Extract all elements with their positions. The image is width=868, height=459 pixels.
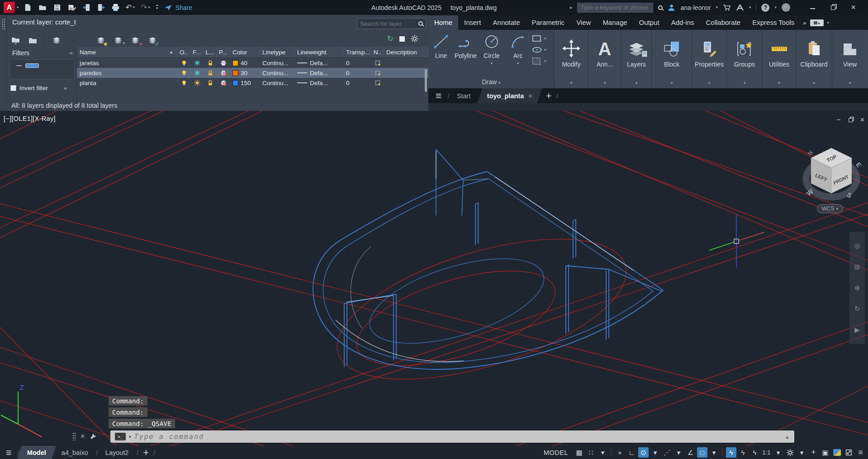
invert-filter-checkbox[interactable] — [10, 85, 16, 91]
layout-tab-layout2[interactable]: Layout2 — [96, 446, 139, 459]
ribbon-tab-express-tools[interactable]: Express Tools — [746, 15, 800, 30]
wcs-dropdown[interactable]: WCS▾ — [817, 204, 843, 213]
layer-on-icon[interactable] — [177, 58, 190, 68]
user-menu-caret-icon[interactable]: ▾ — [716, 5, 718, 10]
user-avatar-icon[interactable] — [668, 4, 675, 11]
navigation-wheel-icon[interactable]: ◎ — [854, 242, 860, 250]
filters-collapse-icon[interactable]: « — [70, 49, 73, 57]
notification-badge-icon[interactable]: ◠ — [782, 3, 790, 12]
circle-caret-icon[interactable]: ▾ — [491, 62, 493, 66]
dynamic-input-toggle[interactable]: + — [615, 447, 625, 458]
osnap-caret-icon[interactable]: ▾ — [709, 447, 719, 458]
column-header-plot[interactable]: P... — [217, 47, 230, 57]
ellipse-tool-button[interactable]: ▾ — [531, 46, 546, 54]
annotation-monitor-plus-icon[interactable]: + — [808, 447, 819, 458]
ortho-mode-toggle[interactable]: ∟ — [626, 447, 637, 458]
layer-transparency[interactable]: 0 — [343, 58, 372, 68]
layer-transparency[interactable]: 0 — [343, 78, 372, 88]
column-header-linetype[interactable]: Linetype — [260, 47, 294, 57]
filter-all-item[interactable] — [25, 63, 39, 68]
color-swatch[interactable] — [232, 60, 238, 66]
column-header-lock[interactable]: L... — [204, 47, 217, 57]
snap-caret-icon[interactable]: ▾ — [598, 447, 608, 458]
command-line-close-icon[interactable]: × — [81, 432, 85, 440]
new-layout-button[interactable]: + — [143, 447, 149, 459]
column-header-on[interactable]: O.. — [177, 47, 190, 57]
annotation-panel-button[interactable]: A Ann...▾ — [588, 30, 621, 88]
line-tool-button[interactable]: Line — [433, 33, 449, 59]
filters-tree[interactable] — [9, 59, 75, 79]
search-icon[interactable] — [658, 5, 663, 10]
workspace-caret-icon[interactable]: ▾ — [797, 447, 807, 458]
pan-icon[interactable]: ⊞ — [854, 263, 860, 271]
new-drawing-tab-button[interactable]: + — [546, 90, 552, 102]
walls-wireframe[interactable] — [313, 149, 663, 369]
clipboard-panel-button[interactable]: Clipboard▾ — [796, 30, 832, 88]
refresh-icon[interactable]: ↻ — [387, 34, 394, 43]
undo-caret-icon[interactable]: ▾ — [133, 5, 135, 10]
column-header-color[interactable]: Color — [230, 47, 260, 57]
search-collapse-icon[interactable]: ▸ — [570, 5, 573, 10]
file-tab-start[interactable]: Start — [447, 88, 480, 103]
arc-tool-button[interactable]: Arc ▾ — [510, 33, 526, 66]
undo-button[interactable]: ↶▾ — [126, 3, 135, 12]
ribbon-tab-collaborate[interactable]: Collaborate — [700, 15, 746, 30]
modify-panel-button[interactable]: Modify▾ — [555, 30, 588, 88]
color-swatch[interactable] — [232, 80, 238, 86]
new-layer-vp-frozen-button[interactable]: * — [113, 35, 123, 46]
layer-description[interactable] — [384, 58, 428, 68]
iso-caret-icon[interactable]: ▾ — [674, 447, 684, 458]
ribbon-tab-addins[interactable]: Add-ins — [665, 15, 700, 30]
ribbon-display-toggle[interactable]: ▴ — [810, 19, 824, 26]
circle-tool-button[interactable]: Circle ▾ — [484, 33, 500, 66]
layer-name[interactable]: planta — [77, 78, 177, 88]
qat-customize-caret-icon[interactable]: ▾ — [156, 5, 158, 10]
minimize-button[interactable] — [802, 0, 823, 15]
layer-row-planta[interactable]: planta 150 Continu... Defa... 0 — [77, 78, 428, 88]
save-to-web-mobile-button[interactable] — [97, 3, 105, 12]
layer-lineweight[interactable]: Defa... — [294, 58, 343, 68]
layout-tab-a4-baixo[interactable]: a4_baixo — [52, 446, 98, 459]
layer-search-icon[interactable] — [418, 21, 423, 26]
arc-caret-icon[interactable]: ▾ — [517, 62, 519, 66]
view-panel-button[interactable]: View▾ — [832, 30, 868, 88]
layer-unlock-icon[interactable] — [204, 58, 217, 68]
object-snap-toggle[interactable]: □ — [697, 447, 707, 458]
ribbon-tab-annotate[interactable]: Annotate — [487, 15, 526, 30]
palette-grip[interactable] — [0, 15, 7, 112]
new-group-filter-button[interactable] — [27, 35, 38, 46]
layer-color[interactable]: 150 — [230, 78, 260, 88]
layer-on-icon[interactable] — [177, 78, 190, 88]
column-header-transparency[interactable]: Transp... — [343, 47, 372, 57]
ribbon-tabs-overflow-icon[interactable]: » — [803, 19, 806, 26]
ribbon-display-caret-icon[interactable]: ▾ — [827, 21, 830, 25]
column-header-description[interactable]: Description — [384, 47, 428, 57]
ribbon-tab-parametric[interactable]: Parametric — [526, 15, 571, 30]
column-header-freeze[interactable]: F... — [190, 47, 204, 57]
layout-tabs-menu-icon[interactable]: ≡ — [6, 447, 11, 458]
hatch-tool-button[interactable]: ▾ — [531, 57, 546, 65]
redo-caret-icon[interactable]: ▾ — [148, 5, 151, 10]
command-line-customize-wrench-icon[interactable] — [90, 433, 97, 440]
layer-lineweight[interactable]: Defa... — [294, 78, 343, 88]
layer-new-vp-freeze-icon[interactable] — [372, 68, 384, 78]
properties-panel-button[interactable]: Properties▾ — [692, 30, 726, 88]
layer-linetype[interactable]: Continu... — [260, 68, 294, 78]
layer-search-box[interactable] — [357, 18, 426, 29]
app-store-cart-icon[interactable] — [723, 4, 731, 11]
new-file-button[interactable] — [24, 3, 32, 12]
layer-description[interactable] — [384, 78, 428, 88]
column-header-name[interactable]: Name▲ — [77, 47, 177, 57]
customization-menu-icon[interactable]: ≡ — [855, 447, 866, 458]
polar-tracking-toggle[interactable]: ⊙ — [638, 447, 649, 458]
hardware-acceleration-toggle[interactable] — [832, 447, 842, 458]
autodesk-logo-icon[interactable] — [736, 4, 744, 11]
plot-button[interactable] — [111, 3, 120, 12]
share-button[interactable]: Share — [164, 4, 192, 11]
restore-button[interactable] — [823, 0, 843, 15]
clean-screen-toggle[interactable] — [844, 447, 854, 458]
settings-gear-icon[interactable] — [411, 35, 418, 43]
groups-panel-button[interactable]: Groups▾ — [727, 30, 762, 88]
layer-new-vp-freeze-icon[interactable] — [372, 78, 384, 88]
layer-states-manager-button[interactable] — [51, 35, 62, 46]
